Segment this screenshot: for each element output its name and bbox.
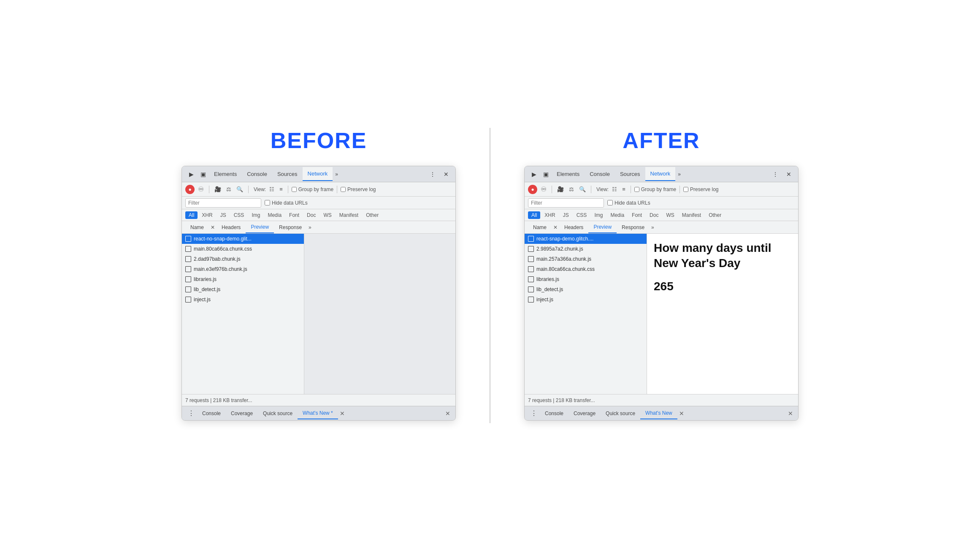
- after-type-font[interactable]: Font: [628, 211, 645, 219]
- before-panel-headers[interactable]: Headers: [217, 222, 246, 233]
- after-panel-name[interactable]: Name: [528, 222, 552, 233]
- after-type-xhr[interactable]: XHR: [541, 211, 558, 219]
- before-panel-preview[interactable]: Preview: [246, 221, 274, 233]
- before-inspect-icon[interactable]: ▣: [197, 168, 209, 180]
- before-tab-network[interactable]: Network: [303, 167, 333, 181]
- before-panel-more[interactable]: »: [307, 223, 313, 232]
- before-tab-console[interactable]: Console: [242, 167, 272, 181]
- after-devtools-close[interactable]: ✕: [786, 409, 795, 418]
- before-bottom-menu[interactable]: ⋮: [185, 408, 197, 419]
- before-type-ws[interactable]: WS: [320, 211, 335, 219]
- before-group-by-frame-checkbox[interactable]: [292, 187, 297, 192]
- after-file-2[interactable]: main.257a366a.chunk.js: [525, 254, 647, 264]
- after-panel-preview[interactable]: Preview: [588, 221, 617, 233]
- before-file-4[interactable]: libraries.js: [182, 274, 304, 284]
- after-cursor-icon[interactable]: ▶: [528, 168, 540, 180]
- before-panel-response[interactable]: Response: [274, 222, 307, 233]
- after-search-icon[interactable]: 🔍: [577, 185, 587, 193]
- before-clear-btn[interactable]: ♾: [196, 185, 206, 194]
- before-tab-elements[interactable]: Elements: [209, 167, 242, 181]
- after-type-media[interactable]: Media: [607, 211, 628, 219]
- before-filter-input[interactable]: [185, 198, 261, 208]
- after-type-img[interactable]: Img: [591, 211, 606, 219]
- after-tab-console[interactable]: Console: [585, 167, 615, 181]
- after-panel-name-close[interactable]: ✕: [552, 223, 559, 232]
- after-type-all[interactable]: All: [528, 211, 540, 219]
- before-close-icon[interactable]: ✕: [440, 168, 452, 180]
- before-type-css[interactable]: CSS: [230, 211, 248, 219]
- after-record-btn[interactable]: ●: [528, 185, 537, 194]
- after-hide-data-urls-checkbox[interactable]: [607, 200, 613, 205]
- after-clear-btn[interactable]: ♾: [539, 185, 548, 194]
- before-type-manifest[interactable]: Manifest: [336, 211, 362, 219]
- before-type-js[interactable]: JS: [217, 211, 230, 219]
- before-type-xhr[interactable]: XHR: [198, 211, 216, 219]
- after-camera-icon[interactable]: 🎥: [555, 185, 566, 193]
- before-view-grid-icon[interactable]: ≡: [278, 185, 284, 193]
- before-file-2[interactable]: 2.dad97bab.chunk.js: [182, 254, 304, 264]
- before-type-img[interactable]: Img: [248, 211, 263, 219]
- before-bottom-console[interactable]: Console: [197, 408, 226, 419]
- after-bottom-quicksource[interactable]: Quick source: [601, 408, 640, 419]
- after-filter-icon[interactable]: ⚖: [567, 185, 576, 193]
- before-search-icon[interactable]: 🔍: [235, 185, 245, 193]
- after-file-3[interactable]: main.80ca66ca.chunk.css: [525, 264, 647, 274]
- after-type-other[interactable]: Other: [705, 211, 725, 219]
- before-type-all[interactable]: All: [185, 211, 198, 219]
- after-view-list-icon[interactable]: ☷: [610, 185, 619, 193]
- before-preserve-log-checkbox[interactable]: [341, 187, 346, 192]
- before-cursor-icon[interactable]: ▶: [185, 168, 197, 180]
- after-type-ws[interactable]: WS: [663, 211, 677, 219]
- after-file-6[interactable]: inject.js: [525, 294, 647, 305]
- after-type-js[interactable]: JS: [560, 211, 572, 219]
- before-file-3[interactable]: main.e3ef976b.chunk.js: [182, 264, 304, 274]
- after-view-grid-icon[interactable]: ≡: [620, 185, 627, 193]
- after-bottom-menu[interactable]: ⋮: [528, 408, 540, 419]
- after-tab-network[interactable]: Network: [645, 167, 676, 181]
- before-bottom-coverage[interactable]: Coverage: [226, 408, 258, 419]
- before-type-other[interactable]: Other: [363, 211, 382, 219]
- before-file-1[interactable]: main.80ca66ca.chunk.css: [182, 244, 304, 254]
- after-inspect-icon[interactable]: ▣: [540, 168, 552, 180]
- after-file-0[interactable]: react-snap-demo.glitch....: [525, 234, 647, 244]
- before-file-5[interactable]: lib_detect.js: [182, 284, 304, 294]
- before-bottom-whatsnew[interactable]: What's New *: [298, 408, 338, 419]
- after-preserve-log-checkbox[interactable]: [683, 187, 688, 192]
- before-panel-name-close[interactable]: ✕: [209, 223, 217, 232]
- before-record-btn[interactable]: ●: [185, 185, 195, 194]
- after-type-css[interactable]: CSS: [573, 211, 590, 219]
- after-panel-response[interactable]: Response: [617, 222, 650, 233]
- before-bottom-close[interactable]: ✕: [338, 409, 347, 418]
- before-filter-icon[interactable]: ⚖: [225, 185, 233, 193]
- before-more-actions-icon[interactable]: ⋮: [427, 168, 439, 180]
- after-panel-more[interactable]: »: [650, 223, 656, 232]
- before-tab-sources[interactable]: Sources: [272, 167, 303, 181]
- before-type-doc[interactable]: Doc: [303, 211, 319, 219]
- after-panel-headers[interactable]: Headers: [559, 222, 588, 233]
- after-type-manifest[interactable]: Manifest: [679, 211, 704, 219]
- after-bottom-console[interactable]: Console: [540, 408, 569, 419]
- before-panel-name[interactable]: Name: [185, 222, 209, 233]
- before-devtools-close[interactable]: ✕: [444, 409, 452, 418]
- after-tab-elements[interactable]: Elements: [552, 167, 585, 181]
- after-bottom-close[interactable]: ✕: [677, 409, 686, 418]
- before-hide-data-urls-checkbox[interactable]: [265, 200, 270, 205]
- after-more-actions-icon[interactable]: ⋮: [769, 168, 781, 180]
- before-type-font[interactable]: Font: [286, 211, 303, 219]
- before-view-list-icon[interactable]: ☷: [268, 185, 276, 193]
- after-bottom-whatsnew[interactable]: What's New: [640, 408, 677, 419]
- before-file-0[interactable]: react-no-snap-demo.glit...: [182, 234, 304, 244]
- after-bottom-coverage[interactable]: Coverage: [569, 408, 601, 419]
- after-group-by-frame-checkbox[interactable]: [634, 187, 639, 192]
- after-file-1[interactable]: 2.9895a7a2.chunk.js: [525, 244, 647, 254]
- before-type-media[interactable]: Media: [264, 211, 285, 219]
- before-camera-icon[interactable]: 🎥: [213, 185, 223, 193]
- before-bottom-quicksource[interactable]: Quick source: [258, 408, 298, 419]
- after-tab-more[interactable]: »: [675, 170, 683, 179]
- after-tab-sources[interactable]: Sources: [615, 167, 645, 181]
- after-filter-input[interactable]: [528, 198, 604, 208]
- before-file-6[interactable]: inject.js: [182, 294, 304, 305]
- after-file-4[interactable]: libraries.js: [525, 274, 647, 284]
- after-file-5[interactable]: lib_detect.js: [525, 284, 647, 294]
- after-type-doc[interactable]: Doc: [646, 211, 662, 219]
